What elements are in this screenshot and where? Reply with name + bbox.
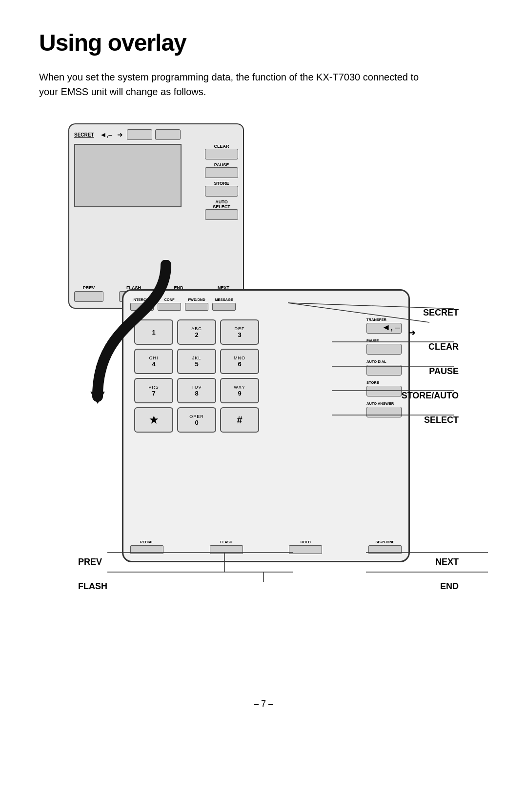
intro-paragraph: When you set the system programming data… — [39, 70, 439, 99]
label-arrow-right: ➜ — [408, 327, 416, 338]
page-number: – 7 – — [39, 699, 488, 709]
phone-store-btn — [366, 386, 402, 396]
curved-arrow — [88, 260, 293, 406]
overlay-autoselect-label: AUTOSELECT — [205, 199, 238, 209]
label-prev: PREV — [78, 557, 102, 567]
phone-spphone-btn: SP-PHONE — [368, 540, 402, 554]
overlay-btn-1 — [127, 129, 152, 140]
phone-flash-btn: FLASH — [210, 540, 243, 554]
label-clear: CLEAR — [428, 342, 459, 352]
phone-store-group: STORE — [366, 380, 402, 396]
key-hash[interactable]: # — [220, 407, 259, 433]
phone-pause-btn — [366, 344, 402, 355]
phone-redial-btn: REDIAL — [130, 540, 163, 554]
phone-autodial-group: AUTO DIAL — [366, 359, 402, 376]
overlay-pause-label: PAUSE — [205, 162, 238, 167]
label-select: SELECT — [424, 415, 459, 425]
phone-bottom-row: REDIAL FLASH HOLD SP-PHONE — [130, 540, 402, 554]
label-arrow: ◄, – — [382, 322, 400, 333]
overlay-autoselect-btn — [205, 209, 238, 220]
phone-hold-btn: HOLD — [289, 540, 322, 554]
label-end: END — [440, 581, 459, 592]
phone-autoanswer-group: AUTO ANSWER — [366, 401, 402, 417]
overlay-pause-btn — [205, 167, 238, 178]
overlay-store-btn — [205, 186, 238, 197]
overlay-secret-label: SECRET — [74, 132, 94, 138]
diagram-area: SECRET ◄,– ➜ CLEAR PAUSE — [39, 123, 488, 679]
overlay-store-group: STORE — [205, 181, 238, 197]
overlay-store-label: STORE — [205, 181, 238, 186]
key-0[interactable]: OPER0 — [177, 407, 216, 433]
label-secret: SECRET — [423, 308, 459, 318]
label-next: NEXT — [435, 557, 459, 567]
overlay-arrow-left: ◄,– — [100, 131, 113, 139]
overlay-autoselect-group: AUTOSELECT — [205, 199, 238, 220]
label-flash: FLASH — [78, 581, 107, 592]
overlay-clear-btn — [205, 149, 238, 159]
key-star[interactable]: ★ — [134, 407, 173, 433]
page-title: Using overlay — [39, 29, 488, 56]
overlay-pause-group: PAUSE — [205, 162, 238, 178]
overlay-clear-group: CLEAR — [205, 144, 238, 159]
overlay-right-btns: CLEAR PAUSE STORE AUTOSELECT — [205, 144, 238, 220]
label-store-auto: STORE/AUTO — [402, 391, 459, 401]
phone-autoanswer-btn — [366, 407, 402, 417]
overlay-clear-label: CLEAR — [205, 144, 238, 149]
label-pause: PAUSE — [429, 366, 459, 376]
overlay-display — [74, 144, 182, 207]
phone-pause-group: PAUSE — [366, 338, 402, 355]
overlay-arrow-right: ➜ — [117, 131, 123, 139]
phone-autodial-btn — [366, 365, 402, 376]
overlay-btn-2 — [155, 129, 181, 140]
